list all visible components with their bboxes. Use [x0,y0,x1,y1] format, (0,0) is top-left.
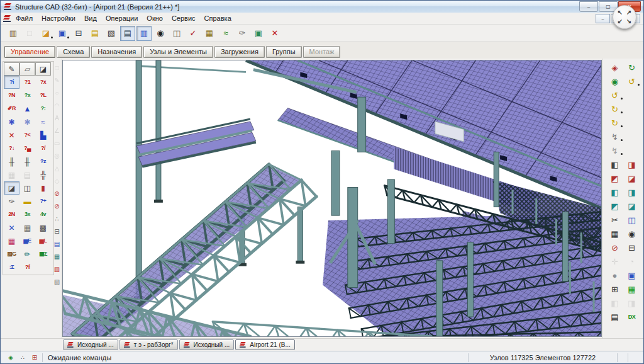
save-project-button[interactable]: ▣ [55,26,70,41]
node-info-button[interactable]: ?i [4,76,19,89]
status-model-button[interactable]: ◈ [6,353,16,363]
scale-values-button[interactable]: ⊞ [606,282,623,296]
flag-tool-button[interactable]: ▮ [35,181,51,195]
tab-assignments[interactable]: Назначения [91,46,142,58]
mdi-minimize-button[interactable]: – [596,14,610,23]
cube-pan-1-button[interactable]: ◧ [606,185,623,199]
brush-tool-button[interactable]: ✑ [4,195,19,208]
solid-fragment-tool-button[interactable]: ◪ [35,62,51,76]
walk-mode-button[interactable]: ↯ [606,130,623,144]
cube-pan-4-button[interactable]: ◪ [623,199,640,213]
menu-window[interactable]: Окно [142,14,167,23]
list-sum-button[interactable]: :Σ [4,261,19,274]
orbit-horizontal-button[interactable]: ◉ [606,74,623,88]
levels-l-button[interactable]: ▅L [35,234,51,247]
menu-operations[interactable]: Операции [101,14,142,23]
cut-fragment-button[interactable]: ✂ [606,213,623,227]
status-nodes-button[interactable]: ∴ [18,353,28,363]
section-4v-button[interactable]: 4v [35,208,51,221]
polyline-tool-button[interactable]: ≈ [218,26,233,41]
render-settings-button[interactable]: ▣ [623,268,640,282]
color-map-button[interactable]: ▦ [4,234,19,247]
rigid-link-button[interactable]: ✐R [4,102,19,115]
snapshot-camera-button[interactable]: ◉ [153,26,168,41]
rotate-cube-button[interactable]: ◨ [623,157,640,171]
slab-yellow-button[interactable]: ▬ [19,195,35,208]
query-f-button[interactable]: ?f [19,261,35,274]
axes-cross-1-button[interactable]: ✱ [4,115,19,128]
angle-query-button[interactable]: ?< [19,128,35,142]
load-node-button[interactable]: ?↓ [4,142,19,155]
menu-file[interactable]: Файл [11,14,37,23]
load-beam-button[interactable]: ?▄ [19,142,35,155]
brush-wide-button[interactable]: ✏ [19,247,35,261]
strip-blocks-2-button[interactable]: ▦ [52,251,62,262]
cube-wire-button[interactable]: ◫ [19,181,35,195]
table-input-button[interactable]: ✓ [186,26,201,41]
tab-nodes-elements[interactable]: Узлы и Элементы [143,46,213,58]
print-view-button[interactable]: ⊟ [623,241,640,254]
rotate-z-button[interactable]: ↻ [606,102,623,116]
cube-shift-up-button[interactable]: ◩ [606,171,623,185]
cube-shift-right-button[interactable]: ◪ [623,171,640,185]
doc-tab-4-active[interactable]: Airport 21 (В... [235,339,294,350]
zoom-in-button[interactable]: ◉ [623,227,640,241]
cube-pan-3-button[interactable]: ◩ [606,199,623,213]
rotate-free-button[interactable]: ↻ [623,60,640,74]
group-query-button[interactable]: ?: [35,102,51,115]
menu-service[interactable]: Сервис [167,14,200,23]
measure-cross-button[interactable]: ✕ [4,128,19,142]
section-3x-button[interactable]: 3x [19,208,35,221]
show-model-button[interactable]: ▥ [136,26,152,41]
strip-blocks-1-button[interactable]: ▤ [52,239,62,249]
table-results-button[interactable]: ▦ [202,26,217,41]
net-dots-button[interactable]: ▦ [19,221,35,234]
stairs-query-button[interactable]: ?+ [35,195,51,208]
project-notes-button[interactable]: ▤ [87,26,103,41]
fragment-cube-button[interactable]: ◧ [606,157,623,171]
node-data-button[interactable]: ?N [4,89,19,102]
saw-grid-button[interactable]: ▨G [4,247,19,261]
copy-fragment-button[interactable]: ◫ [169,26,184,41]
cross-axes-b-button[interactable]: ╫ [19,155,35,168]
section-2n-button[interactable]: 2N [4,208,19,221]
tab-groups[interactable]: Группы [266,46,302,58]
strip-printer-button[interactable]: ⊟ [52,226,62,237]
element-number-button[interactable]: ?x [35,76,51,89]
menu-view[interactable]: Вид [80,14,101,23]
image-export-button[interactable]: ▣ [251,26,266,41]
sketch-tool-button[interactable]: ✑ [235,26,250,41]
sphere-view-button[interactable]: ● [606,268,623,282]
axes-cross-2-button[interactable]: ✱ [19,115,35,128]
new-project-button[interactable]: ▥ [6,26,21,41]
planes-tool-button[interactable]: ≈ [35,115,51,128]
tab-loadings[interactable]: Загружения [214,46,265,58]
model-canvas[interactable] [62,60,602,337]
mesh-green-button[interactable]: ▦ [623,282,640,296]
tab-control[interactable]: Управление [4,46,55,58]
exit-door-button[interactable]: ✕ [267,26,282,41]
open-project-button[interactable]: ◪ [38,26,53,41]
status-grid-button[interactable]: ⊞ [30,353,40,363]
dxf-export-button[interactable]: DX [623,310,640,324]
spin-view-button[interactable]: ◈ [606,60,623,74]
node-number-button[interactable]: ?1 [19,76,35,89]
menu-settings[interactable]: Настройки [37,14,80,23]
cross-axes-a-button[interactable]: ╫ [4,155,19,168]
print-button[interactable]: ⊟ [71,26,86,41]
rotate-cw-button[interactable]: ↻ [606,116,623,130]
cube-pan-2-button[interactable]: ◨ [623,185,640,199]
grid-sum-button[interactable]: ▦Σ [35,247,51,261]
strip-block-gray-button[interactable]: ▧ [52,276,62,287]
menu-help[interactable]: Справка [200,14,236,23]
net-fill-button[interactable]: ▩ [35,221,51,234]
minimize-button[interactable]: – [579,1,598,12]
load-distributed-button[interactable]: ?/ [35,142,51,155]
zoom-off-button[interactable]: ⊘ [606,241,623,254]
truss-apex-button[interactable]: ▲ [19,102,35,115]
show-panels-button[interactable]: ▤ [120,26,135,41]
strip-nozoom-button[interactable]: ⊘ [52,188,62,199]
fence-fragment-button[interactable]: ▦ [606,227,623,241]
levels-e-button[interactable]: ▅E [19,234,35,247]
element-length-button[interactable]: ?L [35,89,51,102]
